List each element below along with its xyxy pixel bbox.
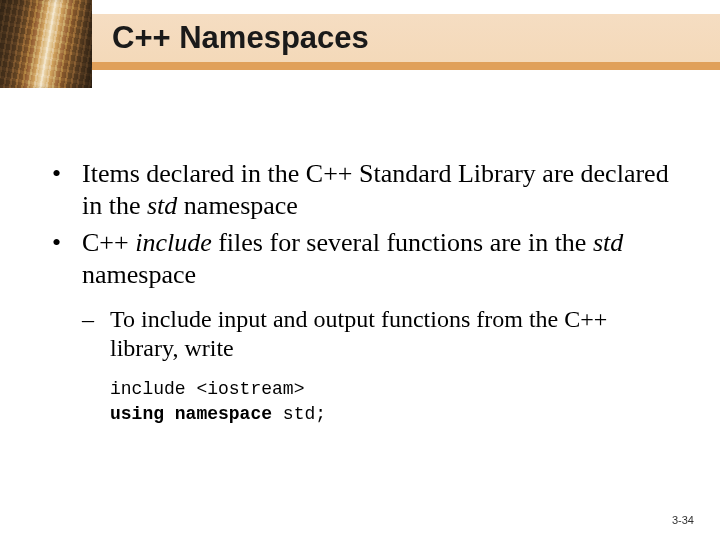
sub-bullet: – To include input and output functions … xyxy=(82,305,672,364)
slide-title: C++ Namespaces xyxy=(112,20,369,56)
code-keyword: using namespace xyxy=(110,404,272,424)
code-block: include <iostream> using namespace std; xyxy=(110,377,672,426)
bullet-2-pre: C++ xyxy=(82,228,135,257)
bullet-2-post: namespace xyxy=(82,260,196,289)
header-photo xyxy=(0,0,92,88)
bullet-2: • C++ include files for several function… xyxy=(52,227,672,290)
code-line-2: using namespace std; xyxy=(110,402,672,426)
bullet-1-post: namespace xyxy=(177,191,298,220)
code-line-1: include <iostream> xyxy=(110,377,672,401)
bullet-2-mid: files for several functions are in the xyxy=(212,228,593,257)
bullet-2-em: include xyxy=(135,228,212,257)
slide-number: 3-34 xyxy=(672,514,694,526)
bullet-1-text: Items declared in the C++ Standard Libra… xyxy=(82,158,672,221)
sub-bullet-text: To include input and output functions fr… xyxy=(110,305,672,364)
bullet-1-em: std xyxy=(147,191,177,220)
bullet-2-em2: std xyxy=(593,228,623,257)
sub-bullet-marker: – xyxy=(82,305,110,364)
slide-content: • Items declared in the C++ Standard Lib… xyxy=(52,158,672,426)
bullet-2-text: C++ include files for several functions … xyxy=(82,227,672,290)
code-rest: std; xyxy=(272,404,326,424)
bullet-marker: • xyxy=(52,227,82,290)
bullet-1: • Items declared in the C++ Standard Lib… xyxy=(52,158,672,221)
bullet-marker: • xyxy=(52,158,82,221)
